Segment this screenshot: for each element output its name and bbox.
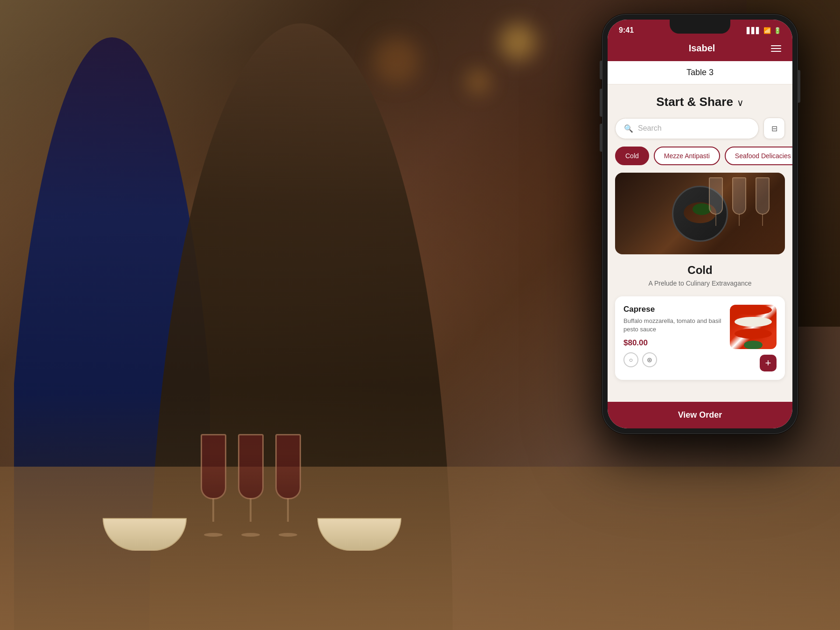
section-name: Cold xyxy=(615,264,785,277)
category-tabs: Cold Mezze Antipasti Seafood Delicacies xyxy=(608,147,792,173)
view-order-button[interactable]: View Order xyxy=(608,402,792,428)
menu-item-price: $80.00 xyxy=(623,338,723,348)
hamburger-icon xyxy=(771,45,781,52)
gluten-free-tag-icon: ⊛ xyxy=(642,352,657,367)
filter-button[interactable]: ⊟ xyxy=(763,118,785,139)
search-bar[interactable]: 🔍 Search xyxy=(615,118,759,139)
tomato-layer-2 xyxy=(735,329,772,339)
signal-icon: ▋▋▋ xyxy=(747,27,761,34)
menu-item-caprese: Caprese Buffalo mozzarella, tomato and b… xyxy=(615,296,785,380)
section-header[interactable]: Start & Share ∨ xyxy=(608,84,792,118)
bokeh-light-1 xyxy=(499,23,537,61)
menu-item-name: Caprese xyxy=(623,305,723,314)
phone-power-button xyxy=(798,70,800,103)
section-info: Cold A Prelude to Culinary Extravagance xyxy=(608,264,792,296)
phone-content[interactable]: Start & Share ∨ 🔍 Search ⊟ Col xyxy=(608,84,792,402)
caprese-food-image xyxy=(730,305,777,349)
restaurant-name: Isabel xyxy=(689,43,715,54)
bokeh-light-2 xyxy=(467,70,490,93)
basil-layer xyxy=(744,341,763,349)
caprese-layers xyxy=(730,305,777,349)
menu-button[interactable] xyxy=(771,45,781,52)
status-time: 9:41 xyxy=(619,26,634,35)
phone-volume-down-button xyxy=(600,124,602,152)
search-container: 🔍 Search ⊟ xyxy=(608,118,792,147)
wifi-icon: 📶 xyxy=(763,27,771,34)
chevron-down-icon: ∨ xyxy=(737,97,744,108)
battery-icon: 🔋 xyxy=(774,27,781,34)
table-label: Table 3 xyxy=(608,61,792,84)
menu-item-info: Caprese Buffalo mozzarella, tomato and b… xyxy=(623,305,723,367)
menu-item-image-caprese xyxy=(730,305,777,349)
hero-glass-1 xyxy=(708,177,724,233)
mozzarella-layer xyxy=(735,317,772,327)
hero-image xyxy=(615,173,785,254)
wine-glass-1 xyxy=(201,434,229,537)
bokeh-light-3 xyxy=(373,37,420,84)
hero-glass-2 xyxy=(731,177,748,233)
phone-notch xyxy=(670,20,730,34)
section-description: A Prelude to Culinary Extravagance xyxy=(615,280,785,287)
menu-item-tags: ○ ⊛ xyxy=(623,352,723,367)
hero-wine-glasses xyxy=(708,177,771,233)
search-icon: 🔍 xyxy=(624,124,633,133)
phone-silent-button xyxy=(600,61,602,79)
phone-frame: 9:41 ▋▋▋ 📶 🔋 Isabel xyxy=(602,14,798,434)
hero-glass-3 xyxy=(755,177,771,233)
filter-icon: ⊟ xyxy=(771,124,777,133)
section-title: Start & Share xyxy=(656,95,733,109)
tomato-layer xyxy=(735,305,772,315)
tab-mezze-antipasti[interactable]: Mezze Antipasti xyxy=(654,147,720,165)
navigation-bar: Isabel xyxy=(608,38,792,61)
wine-glass-3 xyxy=(275,434,303,537)
status-icons: ▋▋▋ 📶 🔋 xyxy=(747,27,781,34)
phone-volume-up-button xyxy=(600,89,602,117)
add-to-order-button[interactable]: + xyxy=(760,355,777,371)
vegan-tag-icon: ○ xyxy=(623,352,638,367)
phone-screen: 9:41 ▋▋▋ 📶 🔋 Isabel xyxy=(608,20,792,428)
bottom-spacer xyxy=(608,385,792,395)
tab-cold[interactable]: Cold xyxy=(615,147,649,165)
tab-seafood-delicacies[interactable]: Seafood Delicacies xyxy=(725,147,792,165)
wine-glass-2 xyxy=(238,434,266,537)
search-placeholder: Search xyxy=(638,124,662,133)
menu-item-description: Buffalo mozzarella, tomato and basil pes… xyxy=(623,317,723,334)
phone-mockup: 9:41 ▋▋▋ 📶 🔋 Isabel xyxy=(602,14,798,434)
